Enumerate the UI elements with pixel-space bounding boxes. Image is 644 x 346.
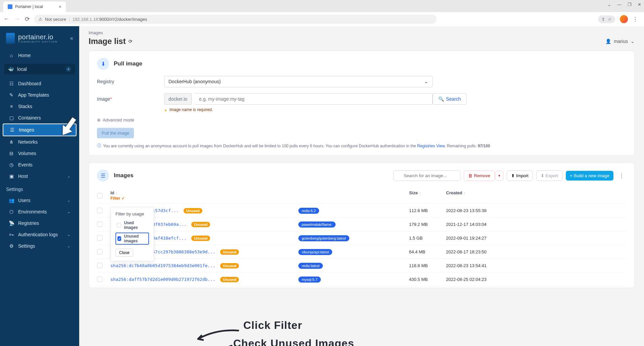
row-checkbox[interactable]	[97, 221, 102, 227]
chevron-down-icon[interactable]: ⌄	[607, 2, 611, 7]
unused-badge: Unused	[220, 263, 239, 268]
image-id-link[interactable]: sha256:daff57b7d2d1e009d0b271972f62db...	[110, 277, 215, 282]
avatar[interactable]	[620, 15, 628, 23]
unused-badge: Unused	[191, 222, 210, 227]
minimize-icon[interactable]: —	[617, 2, 622, 7]
main-content: Images Image list ⟳ 👤 marius ⌄ ⬇ Pull im…	[79, 26, 644, 346]
unused-badge: Unused	[191, 236, 210, 241]
more-icon[interactable]: ⋮	[617, 172, 626, 179]
sidebar-item-home[interactable]: ⌂ Home	[3, 50, 77, 61]
logo-row: portainer.io COMMUNITY EDITION «	[0, 30, 79, 50]
card-title: Images	[114, 172, 134, 179]
browser-tab[interactable]: Portainer | local ×	[3, 1, 66, 12]
card-title: Pull image	[114, 60, 142, 67]
row-checkbox[interactable]	[97, 208, 102, 213]
sidebar-item-app-templates[interactable]: ✎App Templates	[3, 89, 77, 101]
sidebar-item-label: Settings	[18, 243, 35, 249]
build-image-button[interactable]: + Build a new image	[566, 171, 613, 181]
sidebar-item-environments[interactable]: ⬡Environments⌄	[3, 206, 77, 217]
row-checkbox[interactable]	[97, 263, 102, 268]
images-list-card: ☰ Images 🗑 Remove ▾ ⬆ Import	[89, 162, 635, 288]
refresh-icon[interactable]: ⟳	[129, 39, 133, 44]
browser-chrome: Portainer | local × ⌄ — ❐ ✕ ← → ⟳ ⚠ Not …	[0, 0, 644, 26]
env-name: local	[17, 66, 27, 72]
close-icon[interactable]: ×	[59, 4, 61, 9]
row-checkbox[interactable]	[97, 235, 102, 241]
sort-icon[interactable]: ↕	[419, 191, 421, 195]
sidebar-item-dashboard[interactable]: ☷Dashboard	[3, 78, 77, 89]
tag-pill[interactable]: redis:latest	[298, 263, 323, 269]
sidebar-item-users[interactable]: 👥Users⌄	[3, 195, 77, 206]
maximize-icon[interactable]: ❐	[628, 2, 632, 7]
chevron-down-icon: ⌄	[631, 39, 635, 44]
registries-link[interactable]: Registries View	[417, 144, 445, 148]
pull-image-button[interactable]: Pull the image	[97, 128, 134, 138]
reload-icon[interactable]: ⟳	[25, 15, 30, 23]
sidebar-item-stacks[interactable]: ≡Stacks	[3, 101, 77, 112]
close-button[interactable]: Close	[115, 249, 133, 257]
remove-dropdown[interactable]: ▾	[495, 171, 503, 181]
chevron-down-icon: ⌄	[67, 209, 70, 214]
back-icon[interactable]: ←	[3, 15, 9, 23]
sidebar-item-settings[interactable]: ⚙Settings⌄	[3, 240, 77, 252]
environment-pill[interactable]: 🐳 local ×	[4, 64, 75, 75]
size-cell: 179.2 MB	[409, 222, 446, 227]
tag-pill[interactable]: redis:6.2	[298, 208, 319, 214]
validation-message: Image name is required.	[164, 107, 626, 112]
chevron-down-icon: ⌄	[67, 232, 70, 237]
sidebar-item-label: Dashboard	[18, 81, 41, 86]
sidebar-item-registries[interactable]: 📡Registries	[3, 217, 77, 229]
logo-subtitle: COMMUNITY EDITION	[18, 40, 58, 43]
sort-icon[interactable]: ↕	[116, 191, 117, 195]
advanced-mode-toggle[interactable]: ⊕ Advanced mode	[97, 117, 626, 122]
sidebar-item-volumes[interactable]: ⊟Volumes	[3, 148, 77, 159]
filter-popup: Filter by usage Used images ✓ Unused ima…	[110, 207, 154, 261]
close-icon[interactable]: ×	[66, 66, 71, 72]
sidebar-item-label: Stacks	[18, 104, 32, 109]
checkbox[interactable]	[117, 223, 121, 228]
menu-icon[interactable]: ⋮	[633, 16, 638, 22]
settings-section-label: Settings	[0, 182, 79, 195]
tag-pill[interactable]: mysql:5.7	[298, 277, 321, 283]
window-close-icon[interactable]: ✕	[638, 2, 641, 7]
user-menu[interactable]: 👤 marius ⌄	[605, 39, 635, 44]
annotation-text: Check Unused Images	[233, 337, 354, 346]
address-bar[interactable]: ⚠ Not secure | 192.168.1.18:9000/#!/2/do…	[34, 15, 437, 24]
sidebar-item-authentication-logs[interactable]: 🗝Authentication logs⌄	[3, 229, 77, 240]
filter-link[interactable]: Filter	[110, 196, 298, 201]
search-input[interactable]	[393, 170, 460, 181]
row-checkbox[interactable]	[97, 249, 102, 254]
nav-icon: 📡	[9, 220, 14, 226]
import-button[interactable]: ⬆ Import	[507, 170, 533, 181]
table-row: ... c9f8ffe57824157d3cf...Unused redis:6…	[97, 204, 626, 217]
collapse-icon[interactable]: «	[70, 35, 73, 41]
trash-icon: 🗑	[468, 173, 473, 178]
nav-icon: 🗝	[9, 232, 14, 237]
remove-button[interactable]: 🗑 Remove	[464, 170, 494, 181]
image-id-link[interactable]: sha256:dc7b40a0b05d1975384eb9d3e001fe...	[110, 263, 215, 268]
tag-pill[interactable]: vikunja/api:latest	[298, 249, 332, 255]
filter-option-used[interactable]: Used images	[115, 220, 149, 231]
share-star[interactable]: ⇪ ☆	[598, 15, 615, 23]
forward-icon[interactable]: →	[14, 15, 20, 23]
sidebar-item-label: Networks	[18, 139, 38, 145]
created-cell: 2022-08-23 13:55:38	[446, 208, 506, 213]
plus-icon: +	[570, 173, 573, 178]
sort-icon[interactable]: ↕	[463, 191, 465, 195]
sidebar-item-events[interactable]: ◷Events	[3, 159, 77, 170]
download-icon: ⬇	[97, 58, 109, 70]
tag-pill[interactable]: gotenberg/gotenberg:latest	[298, 235, 349, 241]
registry-select[interactable]: DockerHub (anonymous) ⌄	[164, 76, 433, 87]
filter-option-unused[interactable]: ✓ Unused images	[115, 233, 149, 245]
nav-icon: ⋔	[9, 139, 14, 145]
checkbox[interactable]: ✓	[117, 236, 121, 241]
sidebar-item-label: Images	[19, 127, 34, 133]
tab-strip: Portainer | local ×	[0, 0, 644, 12]
row-checkbox[interactable]	[97, 277, 102, 282]
tag-pill[interactable]: pawelmalak/flame:	[298, 221, 336, 228]
select-all-checkbox[interactable]	[97, 193, 102, 198]
sidebar-item-host[interactable]: ▣Host⌄	[3, 170, 77, 182]
annotation-arrow	[200, 344, 233, 346]
search-button[interactable]: 🔍 Search	[433, 93, 466, 105]
image-input[interactable]	[195, 93, 433, 105]
